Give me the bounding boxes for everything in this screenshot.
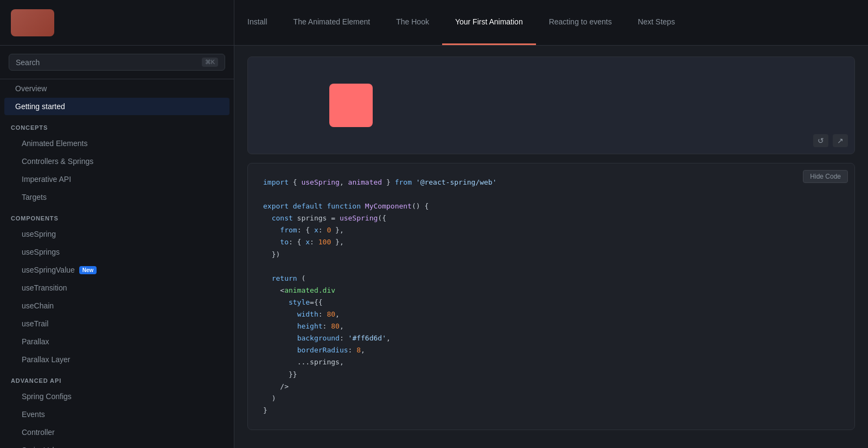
sidebar-item-usespring[interactable]: useSpring [4,225,229,243]
top-nav: Install The Animated Element The Hook Yo… [0,0,868,46]
sidebar-item-label-usespringvalue: useSpringValue [22,266,75,274]
tab-install[interactable]: Install [234,0,280,45]
sidebar-item-spring-configs[interactable]: Spring Configs [4,388,229,405]
main-layout: Search ⌘K Overview Getting started Conce… [0,46,868,448]
sidebar-item-events[interactable]: Events [4,406,229,423]
sidebar-item-usetrail[interactable]: useTrail [4,315,229,332]
refresh-button[interactable]: ↺ [813,134,828,147]
search-shortcut: ⌘K [202,58,218,67]
tab-hook[interactable]: The Hook [383,0,442,45]
preview-toolbar: ↺ ↗ [813,134,848,147]
sidebar-item-controllers-springs[interactable]: Controllers & Springs [4,153,229,170]
sidebar-section-advanced: Advanced API [0,369,234,387]
sidebar-item-targets[interactable]: Targets [4,188,229,206]
sidebar-item-usechain[interactable]: useChain [4,297,229,314]
tab-animated-element[interactable]: The Animated Element [280,0,384,45]
sidebar-item-animated-elements[interactable]: Animated Elements [4,135,229,152]
logo-area [0,0,234,45]
nav-tabs: Install The Animated Element The Hook Yo… [234,0,868,45]
search-bar: Search ⌘K [0,46,234,79]
tab-next-steps[interactable]: Next Steps [625,0,688,45]
sidebar-item-overview[interactable]: Overview [4,80,229,97]
sidebar: Search ⌘K Overview Getting started Conce… [0,46,234,448]
content-area: ↺ ↗ Hide Code import { useSpring, animat… [234,46,868,448]
external-button[interactable]: ↗ [833,134,848,147]
footer-text: And there we have it! Your first animate… [234,439,868,448]
search-input[interactable]: Search ⌘K [9,54,225,71]
animated-box [329,84,373,127]
sidebar-item-usesprings[interactable]: useSprings [4,243,229,261]
code-block: Hide Code import { useSpring, animated }… [247,163,855,430]
hide-code-button[interactable]: Hide Code [803,170,848,183]
logo-shape [11,9,54,36]
sidebar-item-parallax-layer[interactable]: Parallax Layer [4,351,229,368]
search-placeholder: Search [16,58,40,67]
new-badge: New [79,266,97,274]
tab-first-animation[interactable]: Your First Animation [442,0,536,45]
code-header: Hide Code [803,170,848,183]
sidebar-item-usespringvalue[interactable]: useSpringValue New [4,261,229,279]
sidebar-item-usetransition[interactable]: useTransition [4,279,229,296]
tab-reacting-to-events[interactable]: Reacting to events [536,0,625,45]
code-content: import { useSpring, animated } from '@re… [263,176,839,417]
sidebar-section-concepts: Concepts [0,116,234,134]
sidebar-item-imperative-api[interactable]: Imperative API [4,171,229,188]
sidebar-section-components: Components [0,206,234,225]
sidebar-item-controller[interactable]: Controller [4,424,229,441]
preview-area: ↺ ↗ [247,56,855,154]
sidebar-item-springvalue[interactable]: SpringValue [4,441,229,448]
sidebar-item-parallax[interactable]: Parallax [4,333,229,350]
sidebar-item-getting-started[interactable]: Getting started [4,98,229,115]
